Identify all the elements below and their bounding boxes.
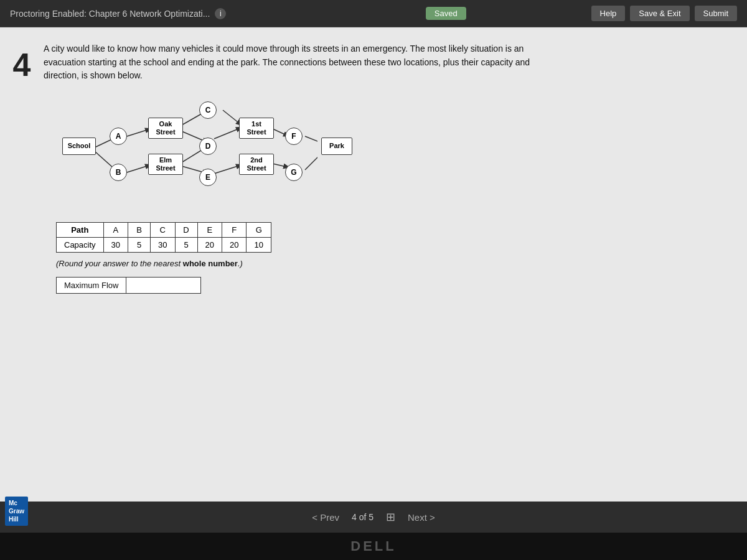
header-A: A: [103, 223, 128, 238]
node-B: B: [110, 164, 127, 181]
capacity-D: 5: [175, 238, 197, 253]
node-elm-street: ElmStreet: [148, 154, 183, 175]
saved-badge: Saved: [426, 7, 466, 20]
capacity-F: 20: [222, 238, 246, 253]
header-D: D: [175, 223, 197, 238]
header-E: E: [197, 223, 222, 238]
capacity-E: 20: [197, 238, 222, 253]
question-number: 4: [0, 27, 44, 502]
grid-icon-button[interactable]: ⊞: [386, 510, 395, 524]
round-note: (Round your answer to the nearest whole …: [56, 259, 728, 268]
svg-line-10: [214, 165, 242, 174]
mcgraw-hill-logo: Mc Graw Hill: [5, 497, 28, 526]
header-G: G: [247, 223, 271, 238]
content-area: A city would like to know how many vehic…: [44, 27, 747, 502]
path-capacity-table: Path A B C D E F G Capacity 30 5 30 5 20…: [56, 222, 271, 253]
max-flow-row: Maximum Flow: [56, 277, 728, 294]
node-E: E: [199, 169, 217, 186]
capacity-G: 10: [247, 238, 271, 253]
svg-line-14: [305, 151, 317, 170]
node-F: F: [285, 128, 303, 145]
node-A: A: [110, 128, 127, 145]
next-button[interactable]: Next >: [408, 512, 435, 523]
capacity-label: Capacity: [57, 238, 104, 253]
node-school: School: [62, 138, 96, 155]
node-C: C: [199, 101, 217, 119]
main-content: 4 A city would like to know how many veh…: [0, 27, 747, 502]
capacity-A: 30: [103, 238, 128, 253]
header-F: F: [222, 223, 246, 238]
node-D: D: [199, 138, 217, 155]
capacity-B: 5: [128, 238, 151, 253]
page-indicator: 4 of 5: [352, 512, 374, 522]
max-flow-input[interactable]: [126, 277, 201, 294]
svg-line-2: [127, 129, 151, 136]
node-G: G: [285, 164, 303, 181]
node-1st-street: 1stStreet: [239, 118, 274, 139]
header-C: C: [151, 223, 175, 238]
node-2nd-street: 2ndStreet: [239, 154, 274, 175]
round-note-bold: whole number: [183, 259, 238, 268]
table-capacity-row: Capacity 30 5 30 5 20 20 10: [57, 238, 271, 253]
network-diagram: School A B OakStreet ElmStreet C D E 1st…: [56, 95, 317, 207]
submit-button[interactable]: Submit: [695, 6, 737, 21]
node-park: Park: [321, 138, 352, 155]
save-exit-button[interactable]: Save & Exit: [630, 6, 689, 21]
header-B: B: [128, 223, 151, 238]
question-text: A city would like to know how many vehic…: [44, 42, 554, 83]
dell-logo: DELL: [350, 538, 396, 554]
max-flow-label: Maximum Flow: [56, 277, 126, 294]
capacity-C: 30: [151, 238, 175, 253]
help-button[interactable]: Help: [591, 6, 626, 21]
prev-button[interactable]: < Prev: [312, 512, 339, 523]
top-bar: Proctoring Enabled: Chapter 6 Network Op…: [0, 0, 747, 27]
bottom-band: DELL: [0, 533, 747, 560]
top-bar-left: Proctoring Enabled: Chapter 6 Network Op…: [10, 8, 301, 19]
proctoring-text: Proctoring Enabled: Chapter 6 Network Op…: [10, 9, 210, 19]
header-path: Path: [57, 223, 104, 238]
svg-line-9: [214, 128, 242, 139]
svg-line-3: [127, 165, 151, 172]
table-header-row: Path A B C D E F G: [57, 223, 271, 238]
info-icon[interactable]: i: [215, 8, 226, 19]
top-bar-right: Help Save & Exit Submit: [591, 6, 737, 21]
node-oak-street: OakStreet: [148, 118, 183, 139]
svg-line-13: [305, 136, 317, 144]
bottom-nav-bar: < Prev 4 of 5 ⊞ Next >: [0, 502, 747, 533]
